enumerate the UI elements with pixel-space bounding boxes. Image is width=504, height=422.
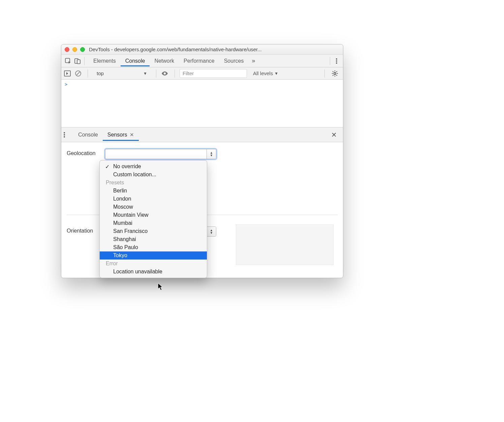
clear-console-icon[interactable] bbox=[75, 70, 83, 77]
geolocation-label: Geolocation bbox=[67, 149, 100, 156]
dropdown-triangle-icon: ▼ bbox=[143, 71, 147, 76]
drawer-tab-sensors[interactable]: Sensors ✕ bbox=[103, 128, 139, 141]
dropdown-item-mumbai[interactable]: Mumbai bbox=[100, 219, 207, 227]
svg-line-8 bbox=[76, 72, 80, 75]
orientation-preview bbox=[236, 224, 334, 265]
svg-point-9 bbox=[164, 72, 166, 74]
dropdown-group-error: Error bbox=[100, 260, 207, 268]
more-tabs-button[interactable]: » bbox=[248, 57, 258, 64]
window-title: DevTools - developers.google.com/web/fun… bbox=[89, 47, 340, 52]
filter-input[interactable] bbox=[180, 69, 247, 78]
execution-context-select[interactable]: top ▼ bbox=[93, 69, 151, 78]
drawer-tab-console[interactable]: Console bbox=[73, 128, 103, 141]
dropdown-triangle-icon: ▼ bbox=[274, 71, 278, 76]
levels-label: All levels bbox=[253, 70, 273, 76]
svg-line-15 bbox=[333, 71, 334, 72]
orientation-label: Orientation bbox=[67, 228, 93, 234]
window-controls bbox=[65, 47, 85, 52]
drawer-tab-label: Console bbox=[78, 132, 98, 138]
divider bbox=[156, 69, 156, 78]
svg-point-19 bbox=[64, 132, 65, 133]
device-toolbar-icon[interactable] bbox=[73, 56, 82, 66]
svg-rect-2 bbox=[77, 60, 80, 64]
zoom-window-button[interactable] bbox=[80, 47, 85, 52]
svg-point-21 bbox=[64, 136, 65, 138]
close-drawer-button[interactable]: ✕ bbox=[327, 131, 341, 139]
select-stepper-icon: ▲▼ bbox=[207, 149, 216, 159]
dropdown-item-berlin[interactable]: Berlin bbox=[100, 187, 207, 195]
dropdown-item-mountain-view[interactable]: Mountain View bbox=[100, 211, 207, 219]
divider bbox=[175, 69, 175, 78]
divider bbox=[88, 69, 88, 78]
mouse-cursor-icon bbox=[158, 283, 164, 291]
drawer-menu-button[interactable] bbox=[63, 131, 73, 138]
geolocation-row: Geolocation ▲▼ bbox=[67, 149, 338, 159]
tab-sources[interactable]: Sources bbox=[219, 55, 249, 66]
console-settings-icon[interactable] bbox=[329, 70, 340, 77]
console-output[interactable]: > bbox=[61, 80, 343, 127]
drawer-tab-label: Sensors bbox=[107, 132, 127, 138]
tab-network[interactable]: Network bbox=[150, 55, 179, 66]
dropdown-group-presets: Presets bbox=[100, 179, 207, 187]
console-sidebar-toggle-icon[interactable] bbox=[64, 70, 72, 77]
dropdown-item-location-unavailable[interactable]: Location unavailable bbox=[100, 268, 207, 276]
select-stepper-icon: ▲▼ bbox=[207, 227, 216, 236]
main-menu-button[interactable] bbox=[332, 58, 341, 64]
geolocation-dropdown: No override Custom location... Presets B… bbox=[99, 160, 207, 278]
main-tabstrip: Elements Console Network Performance Sou… bbox=[61, 55, 343, 67]
dropdown-item-shanghai[interactable]: Shanghai bbox=[100, 235, 207, 243]
dropdown-item-london[interactable]: London bbox=[100, 195, 207, 203]
svg-point-20 bbox=[64, 134, 65, 135]
titlebar: DevTools - developers.google.com/web/fun… bbox=[61, 44, 343, 55]
tab-console[interactable]: Console bbox=[121, 55, 150, 66]
divider bbox=[324, 69, 325, 78]
inspect-element-icon[interactable] bbox=[63, 56, 73, 66]
dropdown-item-no-override[interactable]: No override bbox=[100, 162, 207, 171]
geolocation-select[interactable]: ▲▼ bbox=[105, 149, 216, 159]
divider bbox=[330, 57, 330, 65]
svg-line-16 bbox=[336, 75, 337, 76]
close-window-button[interactable] bbox=[65, 47, 69, 52]
live-expression-icon[interactable] bbox=[161, 71, 170, 76]
svg-point-5 bbox=[336, 62, 337, 64]
log-levels-select[interactable]: All levels ▼ bbox=[251, 70, 280, 76]
dropdown-item-custom-location[interactable]: Custom location... bbox=[100, 171, 207, 179]
tab-elements[interactable]: Elements bbox=[89, 55, 121, 66]
svg-line-17 bbox=[333, 75, 334, 76]
svg-line-18 bbox=[336, 71, 337, 72]
close-tab-icon[interactable]: ✕ bbox=[130, 132, 134, 138]
console-prompt-icon: > bbox=[65, 82, 67, 87]
dropdown-item-san-francisco[interactable]: San Francisco bbox=[100, 227, 207, 235]
main-tabs: Elements Console Network Performance Sou… bbox=[89, 55, 248, 66]
console-toolbar: top ▼ All levels ▼ bbox=[61, 67, 343, 80]
svg-point-4 bbox=[336, 60, 337, 62]
context-value: top bbox=[97, 70, 104, 76]
dropdown-item-sao-paulo[interactable]: São Paulo bbox=[100, 243, 207, 251]
minimize-window-button[interactable] bbox=[72, 47, 77, 52]
divider bbox=[84, 57, 85, 65]
dropdown-item-tokyo[interactable]: Tokyo bbox=[100, 251, 207, 260]
tab-performance[interactable]: Performance bbox=[179, 55, 219, 66]
drawer-tabstrip: Console Sensors ✕ ✕ bbox=[61, 127, 343, 142]
svg-point-3 bbox=[336, 58, 337, 60]
dropdown-item-moscow[interactable]: Moscow bbox=[100, 203, 207, 211]
svg-point-10 bbox=[334, 72, 336, 74]
